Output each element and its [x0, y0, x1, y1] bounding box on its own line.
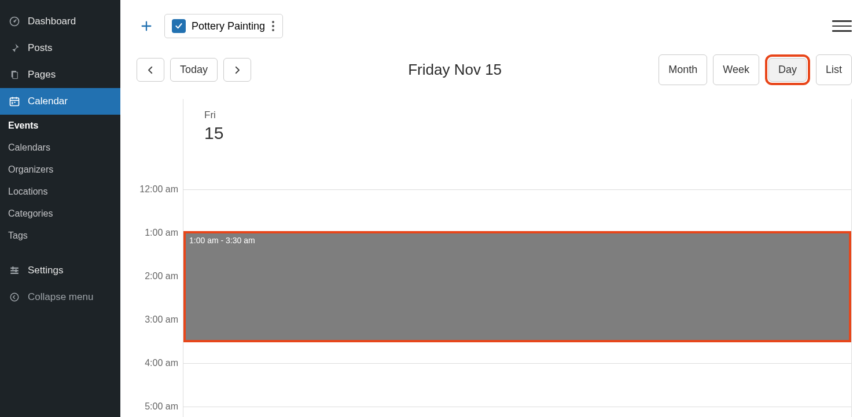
sidebar-item-settings[interactable]: Settings: [0, 257, 120, 284]
view-day-button[interactable]: Day: [768, 58, 807, 82]
view-week-button[interactable]: Week: [713, 54, 759, 85]
svg-rect-10: [12, 103, 13, 104]
annotation-highlight: Day: [765, 54, 810, 85]
hour-label: 4:00 am: [145, 358, 178, 368]
next-button[interactable]: [223, 58, 251, 82]
svg-rect-13: [10, 273, 19, 274]
admin-sidebar: Dashboard Posts Pages Calendar Events Ca…: [0, 0, 120, 417]
sidebar-sub-organizers[interactable]: Organizers: [0, 159, 120, 181]
sidebar-item-label: Pages: [28, 69, 112, 81]
sidebar-item-dashboard[interactable]: Dashboard: [0, 8, 120, 35]
hour-label: 2:00 am: [145, 271, 178, 281]
selection-time-label: 1:00 am - 3:30 am: [189, 236, 255, 245]
svg-point-16: [10, 293, 19, 301]
hour-divider: [183, 189, 851, 190]
day-grid: 12:00 am 1:00 am 2:00 am 3:00 am 4:00 am…: [137, 99, 852, 417]
view-month-button[interactable]: Month: [659, 54, 707, 85]
sidebar-item-posts[interactable]: Posts: [0, 35, 120, 61]
sidebar-item-calendar[interactable]: Calendar: [0, 88, 120, 115]
svg-point-1: [13, 20, 15, 22]
svg-rect-11: [10, 268, 19, 269]
day-number: 15: [204, 123, 223, 143]
prev-button[interactable]: [137, 58, 164, 82]
calendar-filter-chip[interactable]: Pottery Painting: [164, 14, 283, 38]
svg-rect-9: [14, 102, 16, 103]
sidebar-item-label: Collapse menu: [28, 291, 112, 303]
hour-label: 1:00 am: [145, 228, 178, 238]
time-selection-block[interactable]: 1:00 am - 3:30 am: [183, 231, 851, 342]
hour-divider: [183, 363, 851, 364]
sidebar-item-collapse[interactable]: Collapse menu: [0, 284, 120, 310]
day-header: Fri 15: [204, 109, 223, 143]
day-of-week: Fri: [204, 109, 223, 121]
svg-rect-12: [10, 270, 19, 271]
calendar-chip-label: Pottery Painting: [192, 20, 265, 32]
pages-icon: [8, 68, 21, 81]
hour-label: 5:00 am: [145, 401, 178, 412]
svg-rect-14: [12, 266, 13, 269]
calendar-nav: Today Friday Nov 15 Month Week Day List: [137, 54, 852, 85]
checkbox-checked-icon[interactable]: [172, 19, 186, 33]
settings-icon: [8, 264, 21, 277]
dashboard-icon: [8, 15, 21, 28]
calendar-toolbar: Pottery Painting: [137, 14, 852, 38]
svg-rect-15: [16, 269, 17, 272]
time-gutter: 12:00 am 1:00 am 2:00 am 3:00 am 4:00 am…: [137, 99, 183, 417]
sidebar-item-pages[interactable]: Pages: [0, 61, 120, 88]
kebab-menu-icon[interactable]: [271, 21, 275, 31]
calendar-icon: [8, 95, 21, 108]
day-column[interactable]: Fri 15 1:00 am - 3:30 am: [183, 99, 852, 417]
hour-divider: [183, 407, 851, 407]
sidebar-sub-calendars[interactable]: Calendars: [0, 137, 120, 159]
svg-rect-8: [12, 102, 13, 103]
add-calendar-button[interactable]: [137, 16, 156, 36]
collapse-icon: [8, 291, 21, 303]
current-date-title: Friday Nov 15: [251, 61, 659, 79]
sidebar-sub-events[interactable]: Events: [0, 115, 120, 137]
sidebar-sub-locations[interactable]: Locations: [0, 181, 120, 203]
svg-rect-3: [13, 72, 17, 79]
sidebar-item-label: Calendar: [28, 96, 112, 107]
today-button[interactable]: Today: [170, 58, 218, 82]
sidebar-sub-categories[interactable]: Categories: [0, 203, 120, 225]
sidebar-item-label: Settings: [28, 265, 112, 276]
hour-label: 3:00 am: [145, 314, 178, 325]
sidebar-item-label: Dashboard: [28, 16, 112, 27]
sidebar-item-label: Posts: [28, 42, 112, 54]
menu-toggle-button[interactable]: [832, 16, 852, 36]
view-list-button[interactable]: List: [816, 54, 852, 85]
pin-icon: [8, 42, 21, 54]
main-content: Pottery Painting Today Friday Nov 15 Mon…: [120, 0, 868, 417]
hour-label: 12:00 am: [139, 184, 178, 195]
sidebar-sub-tags[interactable]: Tags: [0, 225, 120, 247]
